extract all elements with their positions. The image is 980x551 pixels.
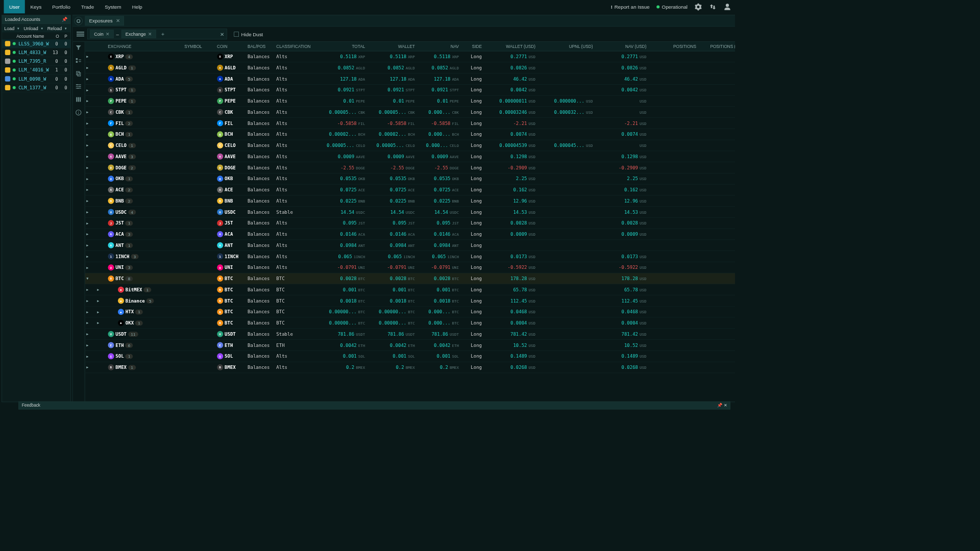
table-row[interactable]: ▶ OOKB 1 OOKB Balances Alts 0.0535OKB 0.… (85, 173, 735, 185)
hamburger-icon[interactable] (77, 32, 84, 36)
table-row[interactable]: ▶ FFIL 2 FFIL Balances Alts -0.5858FIL -… (85, 118, 735, 129)
menu-user[interactable]: User (4, 0, 26, 13)
expand-icon[interactable]: ▶ (86, 332, 88, 336)
expand-icon[interactable]: ▶ (86, 99, 88, 103)
expand-icon[interactable]: ▶ (86, 66, 88, 70)
col-header[interactable]: WALLET (USD) (483, 42, 537, 51)
add-chip-icon[interactable]: ＋ (160, 31, 165, 38)
table-row[interactable]: ▶ BBCH 1 BBCH Balances Alts 0.00002...BC… (85, 129, 735, 140)
filter-chip-exchange[interactable]: Exchange✕ (121, 30, 156, 39)
expand-icon[interactable]: ▶ (86, 343, 88, 347)
expand-icon[interactable]: ▶ (86, 199, 88, 203)
expand-icon[interactable]: ▶ (86, 266, 88, 270)
menu-trade[interactable]: Trade (76, 0, 100, 13)
table-row[interactable]: ▶ AAAVE 3 AAAVE Balances Alts 0.0009AAVE… (85, 151, 735, 162)
account-row[interactable]: LLSS_3960_W00 (2, 39, 70, 48)
feedback-bar[interactable]: Feedback 📌 ✕ (18, 402, 730, 410)
table-row[interactable]: ▶ UUSDC 4 UUSDC Balances Stable 14.54USD… (85, 207, 735, 218)
expand-icon[interactable]: ▶ (86, 355, 88, 359)
copy-icon[interactable] (75, 70, 82, 77)
expand-icon[interactable]: ▶ (86, 133, 88, 137)
close-icon[interactable]: ✕ (724, 403, 727, 408)
table-row[interactable]: ▶ ▶ ◆BitMEX 1 BBTC Balances BTC 0.001BTC… (85, 284, 735, 295)
pin-icon[interactable]: 📌 (717, 403, 723, 408)
expand-icon[interactable]: ▶ (86, 188, 88, 192)
positions-grid[interactable]: EXCHANGESYMBOLCOINBAL/POSCLASSIFICATIONT… (85, 42, 735, 402)
expand-icon[interactable]: ▶ (86, 155, 88, 159)
expand-icon[interactable]: ▼ (86, 277, 88, 281)
table-row[interactable]: ▶ AACA 3 AACA Balances Alts 0.0146ACA 0.… (85, 229, 735, 240)
table-row[interactable]: ▶ AACE 2 AACE Balances Alts 0.0725ACE 0.… (85, 185, 735, 196)
account-row[interactable]: LLM_7395_R00 (2, 57, 70, 66)
expand-icon[interactable]: ▶ (86, 77, 88, 81)
table-row[interactable]: ▶ AANT 1 AANT Balances Alts 0.0984ANT 0.… (85, 240, 735, 251)
menu-system[interactable]: System (100, 0, 127, 13)
account-row[interactable]: CLM_1377_W00 (2, 84, 70, 92)
expand-icon[interactable]: ▶ (86, 365, 88, 369)
table-row[interactable]: ▶ UUNI 3 UUNI Balances Alts -0.0791UNI -… (85, 262, 735, 273)
expand-icon[interactable]: ▶ (86, 210, 88, 214)
table-row[interactable]: ▶ BBMEX 1 BBMEX Balances Alts 0.2BMEX 0.… (85, 362, 735, 373)
table-row[interactable]: ▶ ▶ ◆HTX 1 BBTC Balances BTC 0.00000...B… (85, 307, 735, 318)
table-row[interactable]: ▶ UUSDT 11 UUSDT Balances Stable 781.86U… (85, 329, 735, 340)
table-row[interactable]: ▶ XXRP 4 XXRP Balances Alts 0.5118XRP 0.… (85, 52, 735, 63)
table-row[interactable]: ▶ ▶ ◆Binance 5 BBTC Balances BTC 0.0018B… (85, 295, 735, 307)
table-row[interactable]: ▶ SSTPT 1 SSTPT Balances Alts 0.0921STPT… (85, 85, 735, 96)
filter-chip-coin[interactable]: Coin✕ (90, 30, 114, 39)
expand-icon[interactable]: ▶ (86, 232, 88, 236)
col-header[interactable]: WALLET (366, 42, 416, 51)
col-header[interactable]: COIN (215, 42, 246, 51)
expand-icon[interactable]: ▶ (86, 255, 88, 259)
expand-icon[interactable]: ▶ (86, 166, 88, 170)
col-header[interactable]: SIDE (460, 42, 483, 51)
swap-icon[interactable] (709, 3, 717, 11)
table-row[interactable]: ▶ ▶ ◆OKX 1 BBTC Balances BTC 0.00000...B… (85, 318, 735, 329)
col-header[interactable]: CLASSIFICATION (275, 42, 317, 51)
expand-icon[interactable]: ▶ (86, 88, 88, 92)
expand-icon[interactable]: ▶ (86, 177, 88, 181)
table-row[interactable]: ▼ BBTC 8 BBTC Balances BTC 0.0028BTC 0.0… (85, 273, 735, 285)
table-row[interactable]: ▶ BBNB 2 BBNB Balances Alts 0.0225BNB 0.… (85, 195, 735, 207)
col-header[interactable]: POSITIONS (USD) (698, 42, 735, 51)
expand-icon[interactable]: ▶ (86, 310, 88, 314)
col-header[interactable] (85, 42, 95, 51)
expand-icon[interactable]: ▶ (86, 243, 88, 247)
col-header[interactable]: NAV (416, 42, 460, 51)
col-header[interactable]: EXCHANGE (106, 42, 183, 51)
col-header[interactable] (95, 42, 106, 51)
filter-icon[interactable] (75, 44, 82, 51)
account-row[interactable]: LLM_0098_W00 (2, 74, 70, 83)
expand-icon[interactable]: ▶ (86, 55, 88, 59)
user-icon[interactable] (724, 3, 731, 11)
table-row[interactable]: ▶ AAGLD 1 AAGLD Balances Alts 0.0852AGLD… (85, 62, 735, 73)
load-button[interactable]: Load (4, 26, 19, 31)
group-icon[interactable] (75, 57, 82, 64)
columns-icon[interactable] (75, 96, 82, 103)
col-header[interactable]: NAV (USD) (595, 42, 648, 51)
table-row[interactable]: ▶ DDOGE 2 DDOGE Balances Alts -2.55DOGE … (85, 162, 735, 173)
sliders-icon[interactable] (75, 83, 82, 90)
menu-portfolio[interactable]: Portfolio (47, 0, 76, 13)
nav-circle-icon[interactable] (74, 17, 83, 26)
close-tab-icon[interactable]: ✕ (116, 18, 120, 23)
table-row[interactable]: ▶ 11INCH 3 11INCH Balances Alts 0.0651IN… (85, 251, 735, 262)
col-header[interactable]: UPNL (USD) (537, 42, 595, 51)
account-row[interactable]: LLM_4833_W130 (2, 48, 70, 57)
expand-icon[interactable]: ▶ (86, 143, 88, 147)
col-header[interactable]: SYMBOL (183, 42, 215, 51)
report-issue-link[interactable]: !Report an Issue (611, 4, 650, 10)
table-row[interactable]: ▶ JJST 1 JJST Balances Alts 0.095JST 0.0… (85, 218, 735, 229)
col-header[interactable]: BAL/POS (246, 42, 275, 51)
menu-help[interactable]: Help (127, 0, 148, 13)
table-row[interactable]: ▶ CCELO 1 CCELO Balances Alts 0.00005...… (85, 140, 735, 152)
pin-icon[interactable]: 📌 (62, 17, 67, 22)
tab-exposures[interactable]: Exposures ✕ (85, 16, 124, 26)
hide-dust-checkbox[interactable]: Hide Dust (234, 31, 263, 37)
reload-button[interactable]: Reload (47, 26, 67, 31)
menu-keys[interactable]: Keys (25, 0, 47, 13)
account-row[interactable]: LLM_'4016_W10 (2, 66, 70, 74)
expand-icon[interactable]: ▶ (86, 299, 88, 303)
settings-icon[interactable] (695, 3, 702, 11)
table-row[interactable]: ▶ PPEPE 1 PPEPE Balances Alts 0.01PEPE 0… (85, 96, 735, 107)
col-header[interactable]: POSITIONS (648, 42, 698, 51)
